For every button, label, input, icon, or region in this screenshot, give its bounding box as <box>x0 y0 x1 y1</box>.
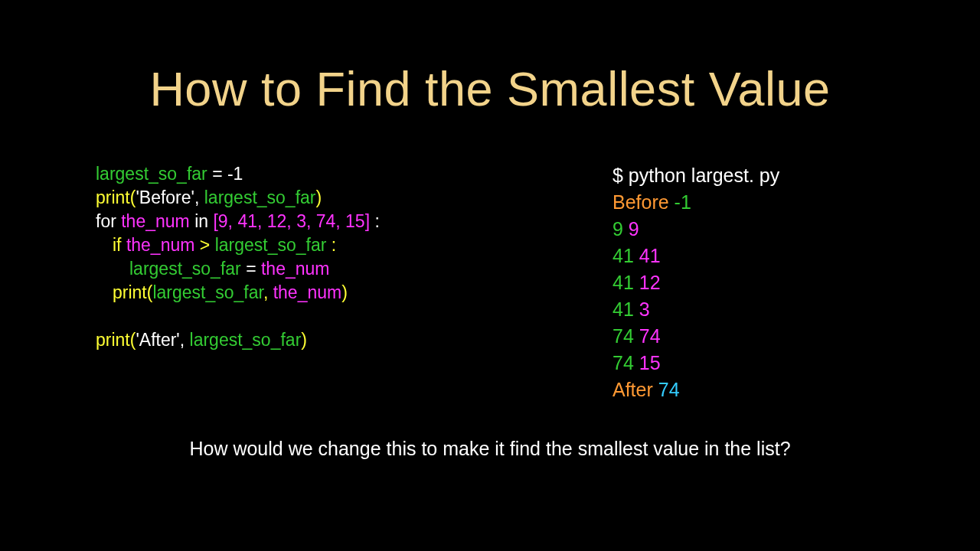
val: 12 <box>634 272 661 293</box>
code-block: largest_so_far = -1 print('Before', larg… <box>96 162 524 403</box>
output-line: 9 9 <box>612 216 779 243</box>
var: the_num <box>121 211 190 231</box>
var: largest_so_far <box>129 259 241 279</box>
output-line: Before -1 <box>612 189 779 216</box>
output-line: 41 41 <box>612 243 779 269</box>
output-cmd: $ python largest. py <box>612 162 779 189</box>
text: , <box>194 187 204 207</box>
var: largest_so_far <box>152 282 263 302</box>
label: Before <box>612 191 675 213</box>
code-line: print('After', largest_so_far) <box>96 328 524 352</box>
value: -1 <box>675 191 691 213</box>
text: 'Before' <box>136 187 194 207</box>
func: ) <box>315 187 322 207</box>
output-block: $ python largest. py Before -1 9 9 41 41… <box>612 162 779 403</box>
val: 9 <box>623 218 639 240</box>
func: ) <box>301 330 307 350</box>
value: 74 <box>658 379 680 400</box>
slide-title: How to Find the Smallest Value <box>0 0 980 116</box>
var: the_num <box>126 235 195 255</box>
code-line: largest_so_far = the_num <box>96 257 524 281</box>
var: largest_so_far <box>96 164 207 184</box>
func: print( <box>96 187 136 207</box>
text: : <box>326 235 336 255</box>
code-line: if the_num > largest_so_far : <box>96 233 524 257</box>
text: = -1 <box>207 164 243 184</box>
val: 41 <box>634 245 661 266</box>
code-line: print('Before', largest_so_far) <box>96 186 524 210</box>
kw: if <box>113 235 126 255</box>
func: print( <box>96 330 136 350</box>
code-blank <box>96 305 524 328</box>
var: largest_so_far <box>190 330 302 350</box>
kw: for <box>96 211 121 231</box>
output-line: After 74 <box>612 377 779 403</box>
val: 15 <box>634 352 661 373</box>
output-line: 74 15 <box>612 350 779 377</box>
var: largest_so_far <box>215 235 327 255</box>
output-line: 41 12 <box>612 269 779 296</box>
val: 74 <box>634 325 661 347</box>
val: 41 <box>612 298 634 320</box>
text: : <box>370 211 380 231</box>
slide-content: largest_so_far = -1 print('Before', larg… <box>0 162 980 403</box>
val: 74 <box>612 325 634 347</box>
footer-text: How would we change this to make it find… <box>0 438 980 460</box>
val: 41 <box>612 272 634 293</box>
val: 3 <box>634 298 650 320</box>
label: After <box>612 379 658 400</box>
slide: How to Find the Smallest Value largest_s… <box>0 0 980 551</box>
op: = <box>241 259 261 279</box>
func: print( <box>113 282 152 302</box>
output-line: 74 74 <box>612 323 779 350</box>
var: the_num <box>261 259 330 279</box>
val: 9 <box>612 218 623 240</box>
output-line: 41 3 <box>612 296 779 323</box>
kw: in <box>190 211 214 231</box>
val: 41 <box>612 245 634 266</box>
code-line: for the_num in [9, 41, 12, 3, 74, 15] : <box>96 210 524 233</box>
text: , <box>180 330 190 350</box>
var: the_num <box>273 282 342 302</box>
op: > <box>194 235 214 255</box>
code-line: largest_so_far = -1 <box>96 162 524 186</box>
val: 74 <box>612 352 634 373</box>
func: ) <box>341 282 348 302</box>
text: 'After' <box>136 330 179 350</box>
list: [9, 41, 12, 3, 74, 15] <box>213 211 370 231</box>
code-line: print(largest_so_far, the_num) <box>96 281 524 305</box>
var: largest_so_far <box>204 187 316 207</box>
text: , <box>263 282 273 302</box>
